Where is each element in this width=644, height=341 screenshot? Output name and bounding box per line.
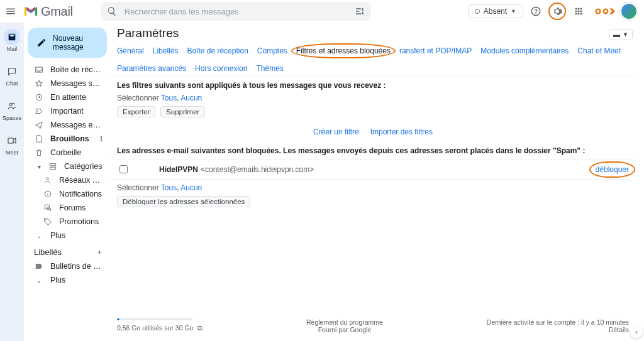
tag-icon — [43, 217, 53, 227]
chat-icon — [4, 63, 20, 80]
page-title: Paramètres — [111, 23, 179, 46]
label-icon — [34, 261, 44, 271]
delete-button[interactable]: Supprimer — [160, 106, 205, 117]
nav-spaces[interactable]: Spaces — [3, 98, 21, 121]
sidebar-inbox[interactable]: Boîte de réception — [26, 63, 108, 77]
sidebar-more-labels[interactable]: ⌄ Plus — [26, 273, 108, 287]
tab-themes[interactable]: Thèmes — [256, 64, 283, 73]
select-none-link-2[interactable]: Aucun — [180, 183, 202, 192]
labels-header: Libellés — [34, 247, 62, 257]
blocked-section-header: Les adresses e-mail suivantes sont bloqu… — [111, 143, 635, 159]
sidebar-sent[interactable]: Messages envoyés — [26, 118, 108, 132]
star-icon — [34, 78, 44, 89]
status-chip[interactable]: Absent ▼ — [468, 4, 523, 18]
select-all-link[interactable]: Tous — [161, 94, 177, 102]
blocked-sender-name: HideIPVPN — [159, 165, 198, 174]
settings-button[interactable] — [548, 3, 566, 20]
search-options-icon[interactable] — [355, 6, 365, 16]
unblock-selected-button[interactable]: Débloquer les adresses sélectionnées — [117, 196, 250, 207]
clock-icon — [34, 92, 44, 102]
mail-icon — [4, 29, 20, 45]
compose-button[interactable]: Nouveau message — [28, 28, 107, 58]
sidebar-cat-updates[interactable]: Notifications — [26, 187, 108, 201]
chevron-down-icon: ⌄ — [34, 230, 44, 241]
side-panel-toggle[interactable]: ‹ — [630, 326, 643, 338]
sidebar-starred[interactable]: Messages suivis — [26, 77, 108, 90]
tab-accounts[interactable]: Comptes — [257, 46, 287, 55]
status-label: Absent — [484, 7, 507, 16]
search-bar[interactable] — [101, 2, 371, 21]
chevron-down-icon: ⌄ — [34, 275, 44, 285]
nav-meet[interactable]: Meet — [4, 133, 20, 156]
tab-offline[interactable]: Hors connexion — [195, 64, 247, 73]
footer-powered: Fourni par Google — [203, 326, 486, 333]
extension-icon[interactable] — [591, 6, 616, 17]
sidebar-drafts[interactable]: Brouillons 1 — [26, 132, 108, 146]
select-label-2: Sélectionner — [117, 183, 159, 192]
apps-button[interactable] — [570, 3, 587, 20]
pencil-icon — [36, 38, 47, 48]
import-filters-link[interactable]: Importer des filtres — [370, 127, 433, 136]
sidebar-trash[interactable]: Corbeille — [26, 146, 108, 160]
main-menu-button[interactable] — [5, 6, 16, 17]
add-label-button[interactable]: + — [97, 247, 102, 257]
sidebar-cat-forums[interactable]: Forums — [26, 201, 108, 215]
storage-bar — [117, 318, 192, 320]
unblock-link[interactable]: débloquer — [596, 165, 629, 174]
sidebar-more[interactable]: ⌄ Plus — [26, 229, 108, 242]
drafts-count: 1 — [99, 135, 103, 143]
draft-icon — [34, 134, 44, 144]
tab-inbox[interactable]: Boîte de réception — [187, 46, 248, 55]
tab-labels[interactable]: Libellés — [153, 46, 179, 55]
sidebar-label-payslips[interactable]: Bulletins de paie — [26, 259, 108, 273]
chevron-down-icon: ▾ — [34, 161, 44, 171]
categories-icon — [48, 161, 58, 171]
spaces-icon — [4, 98, 20, 114]
search-icon — [107, 6, 117, 16]
chevron-down-icon: ▼ — [623, 31, 628, 38]
sidebar-categories[interactable]: ▾ Catégories — [26, 160, 108, 173]
nav-chat[interactable]: Chat — [4, 63, 20, 87]
info-icon — [43, 189, 53, 199]
filters-section-header: Les filtres suivants sont appliqués à to… — [111, 77, 635, 94]
sidebar-important[interactable]: Important — [26, 104, 108, 118]
footer-details-link[interactable]: Détails — [487, 326, 629, 333]
svg-point-2 — [45, 219, 47, 220]
people-icon — [43, 175, 53, 185]
input-tools-button[interactable]: ▬ ▼ — [609, 29, 633, 40]
sidebar-cat-promotions[interactable]: Promotions — [26, 215, 108, 229]
send-icon — [34, 120, 44, 130]
open-in-new-icon[interactable]: ⧉ — [197, 324, 203, 332]
export-button[interactable]: Exporter — [117, 106, 155, 117]
select-label: Sélectionner — [117, 94, 159, 102]
tab-advanced[interactable]: Paramètres avancés — [117, 64, 186, 73]
keyboard-icon: ▬ — [613, 31, 620, 38]
help-button[interactable] — [527, 3, 545, 20]
tab-forwarding[interactable]: ransfert et POP/IMAP — [399, 46, 472, 55]
account-avatar[interactable] — [620, 3, 638, 20]
status-dot-icon — [475, 9, 480, 14]
compose-label: Nouveau message — [53, 34, 98, 51]
search-input[interactable] — [123, 6, 348, 17]
settings-tabs: Général Libellés Boîte de réception Comp… — [111, 46, 635, 77]
footer-rules[interactable]: Règlement du programme — [203, 318, 486, 326]
select-all-link-2[interactable]: Tous — [161, 183, 177, 192]
nav-mail[interactable]: Mail — [4, 29, 20, 52]
blocked-address-row: HideIPVPN <contest@emails.hideipvpn.com>… — [111, 159, 635, 180]
important-icon — [34, 106, 44, 116]
gmail-logo-text: Gmail — [41, 4, 73, 19]
meet-icon — [4, 133, 20, 149]
tab-chat[interactable]: Chat et Meet — [577, 46, 621, 55]
tab-filters[interactable]: Filtres et adresses bloquées — [296, 46, 391, 55]
inbox-icon — [34, 65, 44, 75]
create-filter-link[interactable]: Créer un filtre — [313, 127, 359, 136]
sidebar-snoozed[interactable]: En attente — [26, 90, 108, 104]
sidebar-cat-social[interactable]: Réseaux sociaux — [26, 173, 108, 187]
footer-activity: Dernière activité sur le compte : il y a… — [487, 318, 629, 326]
tab-addons[interactable]: Modules complémentaires — [480, 46, 569, 55]
gmail-logo[interactable]: Gmail — [23, 4, 73, 19]
select-none-link[interactable]: Aucun — [180, 94, 202, 102]
tab-general[interactable]: Général — [117, 46, 144, 55]
blocked-row-checkbox[interactable] — [119, 165, 128, 173]
storage-text: 0,56 Go utilisés sur 30 Go — [117, 324, 193, 332]
